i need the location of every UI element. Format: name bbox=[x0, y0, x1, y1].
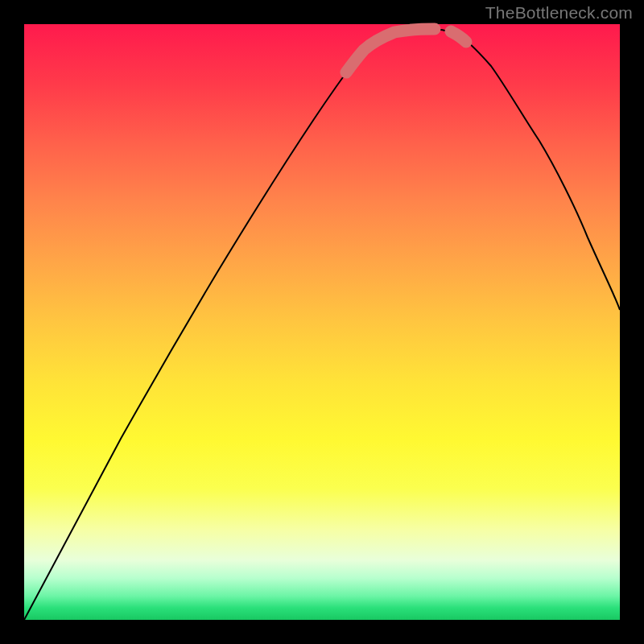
optimal-marker-left bbox=[346, 29, 435, 72]
bottleneck-curve bbox=[24, 29, 620, 620]
optimal-marker-right bbox=[451, 31, 466, 42]
chart-frame: TheBottleneck.com bbox=[0, 0, 644, 644]
watermark-text: TheBottleneck.com bbox=[485, 3, 633, 23]
chart-svg bbox=[24, 24, 620, 620]
